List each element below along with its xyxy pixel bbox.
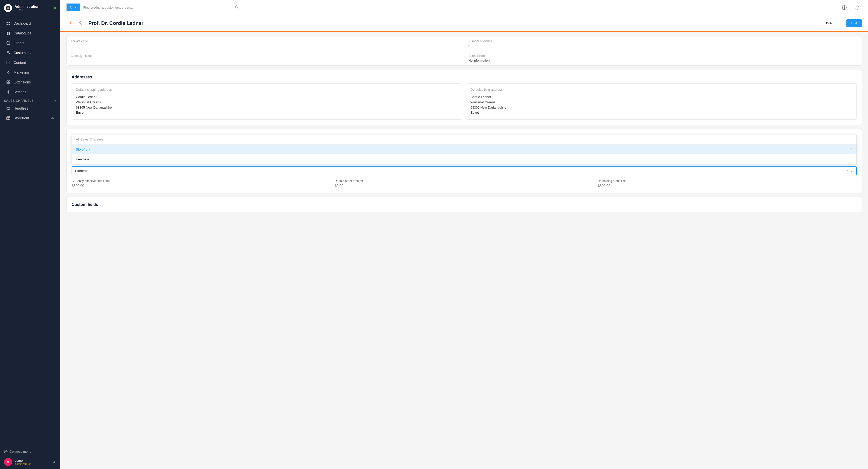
clear-selection-icon[interactable]: ✕: [846, 169, 849, 173]
billing-address-card: Default billing address Cordie Ledner We…: [466, 83, 857, 120]
billing-country: Egypt: [470, 110, 852, 115]
catalogues-icon: [6, 31, 10, 35]
headless-option-label: Headless: [76, 157, 89, 161]
sales-channel-select[interactable]: Storefront ✕ ⌄: [71, 166, 857, 175]
language-selector[interactable]: Dutch: [823, 20, 842, 27]
all-sales-channels-option: All Sales Channels: [72, 135, 857, 145]
channel-credit-card: All Sales Channels Storefront ✓ Headless…: [66, 129, 862, 193]
sales-channels-header: Sales Channels +: [4, 99, 56, 102]
storefront-option[interactable]: Storefront ✓: [72, 145, 857, 154]
customers-list-button[interactable]: [76, 19, 84, 27]
effective-limit-label: Currently effective credit limit: [71, 179, 331, 183]
app-info: Administration 6.5.2.1: [14, 4, 52, 11]
sidebar-item-customers[interactable]: Customers: [2, 48, 58, 58]
topbar: All: [60, 0, 868, 15]
custom-fields-title: Custom fields: [71, 202, 857, 207]
page-content: Prof. Dr. Cordie Ledner Dutch Edit Affil…: [60, 15, 868, 469]
sidebar-item-catalogues[interactable]: Catalogues: [2, 28, 58, 38]
affiliate-code-value: -: [70, 44, 460, 48]
customer-info-card: Affiliate code - Number of orders 0 Camp…: [66, 36, 862, 66]
dropdown-arrow-icon: ⌄: [850, 169, 853, 173]
sales-channels-section: Sales Channels + Headless Storefront: [0, 97, 60, 125]
app-name: Administration: [14, 4, 52, 8]
billing-address-title: Default billing address: [470, 88, 852, 91]
add-channel-icon[interactable]: +: [54, 99, 56, 102]
channel-label: Headless: [13, 106, 28, 110]
notifications-icon[interactable]: [853, 3, 862, 12]
addresses-title: Addresses: [71, 75, 857, 80]
edit-button[interactable]: Edit: [846, 19, 862, 27]
collapse-menu-button[interactable]: Collapse menu: [4, 448, 56, 455]
headless-option[interactable]: Headless: [72, 154, 857, 164]
svg-rect-15: [8, 83, 10, 84]
svg-rect-12: [7, 81, 8, 82]
search-filter-button[interactable]: All: [67, 3, 80, 11]
shipping-city: 63305 New Darianashire: [76, 105, 458, 110]
user-name: demo: [14, 459, 31, 463]
user-role: Administrator: [14, 463, 31, 466]
sidebar-item-label: Orders: [13, 41, 24, 45]
svg-point-26: [235, 5, 238, 8]
addresses-card: Addresses Default shipping address Cordi…: [66, 69, 862, 125]
search-submit-icon[interactable]: [232, 3, 242, 12]
svg-rect-9: [7, 61, 10, 64]
sidebar-item-label: Settings: [13, 90, 26, 94]
progress-bar: [60, 31, 868, 32]
search-input[interactable]: [80, 3, 232, 11]
sidebar-item-marketing[interactable]: Marketing: [2, 68, 58, 77]
orders-count-label: Number of orders: [468, 39, 858, 43]
selected-channel-value: Storefront: [75, 169, 846, 173]
dob-label: Date of birth: [468, 54, 858, 58]
page-title: Prof. Dr. Cordie Ledner: [88, 20, 819, 26]
sales-channel-dropdown-section: All Sales Channels Storefront ✓ Headless…: [71, 134, 857, 175]
customers-icon: [6, 51, 10, 55]
sidebar-item-settings[interactable]: Settings: [2, 87, 58, 97]
sidebar-item-label: Customers: [13, 51, 31, 55]
addresses-grid: Default shipping address Cordie Ledner W…: [71, 83, 857, 120]
back-button[interactable]: [66, 19, 74, 27]
sidebar-item-dashboard[interactable]: Dashboard: [2, 19, 58, 28]
sales-channel-dropdown-menu: All Sales Channels Storefront ✓ Headless: [71, 134, 857, 165]
affiliate-code-cell: Affiliate code -: [67, 36, 464, 51]
filter-chevron-icon: [74, 6, 77, 9]
campaign-code-value: -: [70, 59, 460, 62]
topbar-icons: [840, 3, 862, 12]
effective-limit-value: €300.00: [71, 184, 331, 188]
channel-label: Storefront: [13, 116, 29, 120]
sidebar-item-label: Catalogues: [13, 31, 31, 35]
shipping-address-card: Default shipping address Cordie Ledner W…: [71, 83, 462, 120]
billing-city: 63305 New Darianashire: [470, 105, 852, 110]
svg-point-8: [7, 51, 9, 53]
language-value: Dutch: [826, 21, 835, 25]
orders-icon: [6, 41, 10, 45]
help-icon[interactable]: [840, 3, 849, 12]
status-indicator: [54, 7, 56, 9]
app-version: 6.5.2.1: [14, 8, 52, 11]
sidebar-item-content[interactable]: Content: [2, 58, 58, 67]
dob-value: No information: [468, 59, 858, 62]
storefront-icon: [6, 116, 10, 120]
sidebar-item-extensions[interactable]: Extensions: [2, 78, 58, 87]
sidebar-footer: Collapse menu D demo Administrator ▲: [0, 445, 60, 469]
sidebar-item-headless[interactable]: Headless: [4, 104, 56, 113]
sidebar-item-storefront[interactable]: Storefront: [4, 113, 56, 123]
settings-icon: [6, 90, 10, 94]
svg-rect-13: [8, 81, 10, 82]
shipping-name: Cordie Ledner: [76, 94, 458, 100]
campaign-code-label: Campaign code: [70, 54, 460, 58]
orders-count-value: 0: [468, 44, 858, 48]
sidebar: Administration 6.5.2.1 Dashboard Catalog…: [0, 0, 60, 469]
content-icon: [6, 60, 10, 65]
svg-point-22: [51, 117, 54, 119]
selected-checkmark-icon: ✓: [850, 148, 852, 151]
sidebar-item-orders[interactable]: Orders: [2, 38, 58, 48]
custom-fields-card: Custom fields: [66, 197, 862, 212]
svg-point-16: [8, 91, 9, 93]
svg-rect-6: [8, 32, 10, 35]
sidebar-item-label: Dashboard: [13, 21, 31, 25]
collapse-label: Collapse menu: [9, 450, 31, 453]
affiliate-code-label: Affiliate code: [70, 39, 460, 43]
user-avatar: D: [4, 458, 12, 466]
user-section[interactable]: D demo Administrator ▲: [4, 458, 56, 466]
collapse-icon: [4, 450, 7, 453]
